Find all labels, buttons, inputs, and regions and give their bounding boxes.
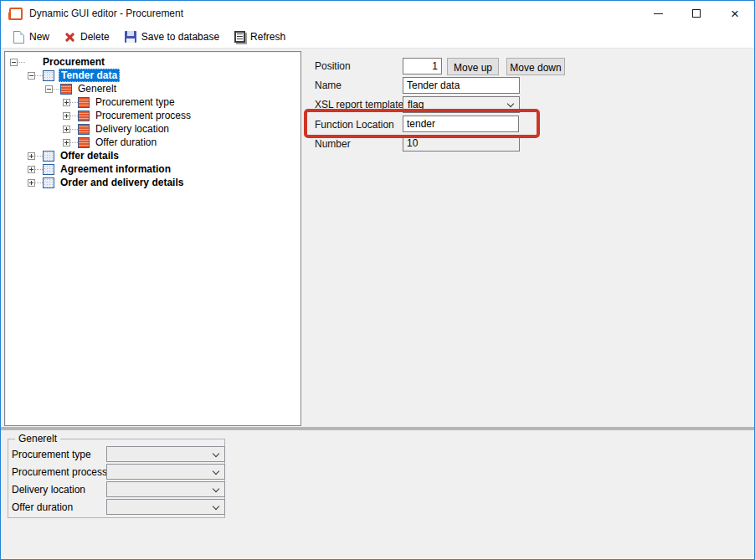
delivery-location-dropdown[interactable] [106, 481, 225, 497]
tree-connector [70, 129, 78, 130]
new-button-label: New [29, 31, 49, 43]
offer-duration-dropdown[interactable] [106, 499, 225, 515]
procurement-process-dropdown[interactable] [106, 464, 225, 480]
window-title: Dynamic GUI editor - Procurement [29, 8, 183, 19]
tree-connector [18, 62, 25, 63]
chevron-down-icon [213, 468, 219, 475]
position-input[interactable] [403, 58, 442, 74]
tree-item-generelt[interactable]: Generelt [5, 82, 300, 95]
red-x-icon [64, 32, 75, 43]
tree-item-label-selected[interactable]: Tender data [59, 69, 120, 82]
window-controls: × [639, 1, 754, 26]
tree-item-label[interactable]: Agreement information [59, 163, 172, 175]
name-input[interactable] [403, 77, 520, 94]
tree-connector [53, 89, 60, 90]
expander-plus-icon[interactable] [28, 152, 35, 160]
minimize-icon [654, 13, 663, 14]
expander-plus-icon[interactable] [63, 112, 70, 120]
tree-connector [35, 75, 43, 76]
tree-item-tender-data[interactable]: Tender data [5, 69, 300, 82]
tree-item-label[interactable]: Procurement [41, 56, 106, 68]
new-document-icon [13, 31, 24, 44]
blue-form-icon [43, 164, 54, 175]
tree-item-label[interactable]: Offer details [59, 150, 121, 162]
tree-item-procurement-type[interactable]: Procurement type [5, 95, 300, 109]
refresh-button[interactable]: Refresh [227, 27, 293, 47]
orange-grid-icon [78, 97, 90, 108]
floppy-disk-icon [125, 31, 136, 43]
titlebar: Dynamic GUI editor - Procurement × [1, 1, 754, 26]
tree-item-label[interactable]: Delivery location [94, 123, 171, 135]
tree-connector [35, 169, 43, 170]
minimize-button[interactable] [639, 1, 677, 26]
tree-item-procurement-process[interactable]: Procurement process [5, 109, 300, 122]
move-down-button[interactable]: Move down [506, 58, 565, 75]
expander-minus-icon[interactable] [28, 72, 35, 80]
name-label: Name [315, 80, 342, 91]
expander-plus-icon[interactable] [28, 166, 35, 173]
procurement-type-dropdown[interactable] [106, 446, 225, 462]
save-button-label: Save to database [141, 31, 219, 43]
bottom-row-offer-duration: Offer duration [12, 499, 224, 516]
tree-connector [70, 116, 78, 116]
expander-plus-icon[interactable] [28, 179, 35, 187]
offer-duration-label: Offer duration [12, 501, 73, 513]
panel-divider[interactable] [1, 427, 755, 430]
red-highlight-annotation [304, 109, 540, 138]
chevron-down-icon [213, 503, 219, 510]
tree-item-label[interactable]: Procurement type [94, 96, 177, 108]
close-button[interactable]: × [716, 1, 754, 26]
number-label: Number [315, 138, 351, 150]
close-icon: × [731, 7, 739, 21]
tree-connector [35, 182, 43, 183]
orange-grid-icon [78, 124, 90, 135]
new-button[interactable]: New [6, 27, 57, 47]
app-window: Dynamic GUI editor - Procurement × New D… [0, 0, 755, 560]
expander-plus-icon[interactable] [63, 126, 70, 133]
tree-item-offer-duration[interactable]: Offer duration [5, 136, 300, 149]
bottom-row-procurement-process: Procurement process [12, 464, 224, 481]
delete-button-label: Delete [80, 31, 110, 43]
expander-minus-icon[interactable] [45, 85, 53, 93]
expander-plus-icon[interactable] [63, 139, 70, 146]
tree-item-label[interactable]: Generelt [76, 83, 118, 95]
chevron-down-icon [213, 486, 219, 492]
procurement-process-label: Procurement process [12, 466, 107, 478]
blue-form-icon [43, 177, 54, 188]
maximize-button[interactable] [677, 1, 716, 26]
tree-item-procurement[interactable]: Procurement [5, 55, 300, 69]
bottom-row-procurement-type: Procurement type [12, 446, 224, 464]
procurement-type-label: Procurement type [12, 449, 91, 460]
bottom-row-delivery-location: Delivery location [12, 481, 224, 499]
generelt-group-title: Generelt [15, 433, 60, 444]
tree-item-agreement-information[interactable]: Agreement information [5, 162, 300, 176]
save-to-database-button[interactable]: Save to database [117, 27, 227, 47]
position-label: Position [315, 60, 351, 72]
toolbar: New Delete Save to database Refresh [1, 26, 754, 49]
tree-item-label[interactable]: Offer duration [94, 136, 158, 148]
delivery-location-label: Delivery location [12, 484, 85, 496]
tree-connector [70, 102, 78, 103]
document-list-icon [234, 31, 245, 43]
tree-item-offer-details[interactable]: Offer details [5, 149, 300, 162]
tree-item-label[interactable]: Procurement process [94, 110, 193, 121]
generelt-group: Generelt Procurement type Procurement pr… [8, 433, 225, 518]
app-icon [8, 8, 23, 20]
tree-connector [70, 142, 78, 143]
maximize-icon [692, 9, 701, 18]
tree-item-order-and-delivery-details[interactable]: Order and delivery details [5, 176, 300, 189]
tree-item-delivery-location[interactable]: Delivery location [5, 122, 300, 136]
tree-item-label[interactable]: Order and delivery details [59, 177, 185, 188]
blue-form-icon [43, 151, 54, 162]
delete-button[interactable]: Delete [57, 27, 117, 47]
orange-grid-icon [60, 84, 72, 95]
orange-grid-icon [78, 137, 90, 148]
move-up-button[interactable]: Move up [447, 58, 499, 75]
chevron-down-icon [507, 100, 514, 107]
tree-connector [35, 156, 43, 157]
orange-grid-icon [78, 110, 90, 121]
tree-panel: Procurement Tender data Generelt Procure… [4, 51, 301, 426]
expander-plus-icon[interactable] [63, 99, 70, 106]
expander-minus-icon[interactable] [10, 59, 18, 66]
blue-form-icon [43, 70, 54, 81]
